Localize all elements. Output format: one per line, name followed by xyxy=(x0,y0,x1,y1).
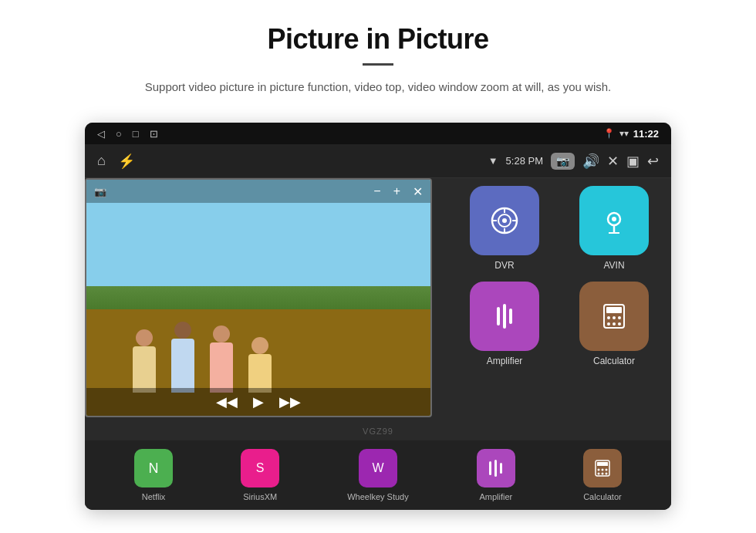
app-bar-right: ▼ 5:28 PM 📷 🔊 ✕ ▣ ↩ xyxy=(488,153,659,170)
bottom-icon-calculator xyxy=(583,449,622,487)
bottom-app-amplifier[interactable]: Amplifier xyxy=(477,449,515,501)
device-frame: ◁ ○ □ ⊡ 📍 ▾▾ 11:22 ⌂ ⚡ ▼ 5:28 PM 📷 🔊 ✕ ▣… xyxy=(85,123,671,510)
pip-minus-button[interactable]: − xyxy=(373,184,380,199)
title-divider xyxy=(363,63,393,66)
page-subtitle: Support video picture in picture functio… xyxy=(108,78,648,96)
bottom-label-wheelkey: Wheelkey Study xyxy=(347,492,408,501)
app-label-amplifier: Amplifier xyxy=(487,356,523,366)
pip-prev-button[interactable]: ◀◀ xyxy=(216,393,238,410)
pip-figures xyxy=(133,322,272,393)
bottom-icon-amplifier xyxy=(477,449,515,487)
home-button[interactable]: ⌂ xyxy=(97,153,106,169)
svg-point-29 xyxy=(605,469,607,471)
close-icon[interactable]: ✕ xyxy=(607,153,619,170)
app-item-avin[interactable]: AVIN xyxy=(565,186,663,271)
bottom-label-netflix: Netflix xyxy=(142,492,166,501)
svg-point-17 xyxy=(613,316,616,319)
figure-4 xyxy=(248,337,272,393)
pip-playback: ◀◀ ▶ ▶▶ xyxy=(86,388,430,416)
app-label-dvr: DVR xyxy=(494,260,514,271)
home-icon[interactable]: ○ xyxy=(116,128,122,140)
bottom-app-netflix[interactable]: N Netflix xyxy=(134,449,173,501)
bottom-apps-row: N Netflix S SiriusXM W Wheelkey Study xyxy=(85,440,671,510)
svg-rect-23 xyxy=(494,460,497,477)
figure-head-4 xyxy=(251,337,268,354)
app-bar: ⌂ ⚡ ▼ 5:28 PM 📷 🔊 ✕ ▣ ↩ xyxy=(85,144,671,178)
app-icon-amplifier xyxy=(470,282,539,351)
pip-next-button[interactable]: ▶▶ xyxy=(279,393,301,410)
wifi-icon: ▼ xyxy=(488,155,498,167)
app-bar-left: ⌂ ⚡ xyxy=(97,153,135,170)
figure-head-3 xyxy=(213,326,230,342)
screen-icon[interactable]: ▣ xyxy=(626,153,640,170)
status-time: 11:22 xyxy=(633,128,659,140)
svg-point-16 xyxy=(607,316,610,319)
svg-rect-15 xyxy=(606,307,622,313)
volume-icon[interactable]: 🔊 xyxy=(582,153,599,170)
figure-3 xyxy=(210,326,233,393)
figure-body-1 xyxy=(133,346,156,393)
back-icon[interactable]: ◁ xyxy=(97,128,105,140)
svg-point-18 xyxy=(618,316,621,319)
figure-body-2 xyxy=(171,339,194,393)
app-icon-calculator xyxy=(579,282,649,351)
figure-head-2 xyxy=(174,322,191,339)
bottom-app-siriusxm[interactable]: S SiriusXM xyxy=(241,449,279,501)
bottom-icon-siriusxm: S xyxy=(241,449,279,487)
app-bar-time: 5:28 PM xyxy=(506,155,543,167)
main-content: 📷 − + ✕ ◀◀ ▶ ▶▶ xyxy=(85,178,671,510)
recents-icon[interactable]: □ xyxy=(133,128,139,140)
svg-rect-12 xyxy=(503,304,506,329)
bottom-app-calculator[interactable]: Calculator xyxy=(583,449,622,501)
pip-plus-button[interactable]: + xyxy=(393,184,400,199)
svg-rect-24 xyxy=(500,463,502,474)
pip-controls: 📷 − + ✕ xyxy=(86,180,430,203)
back-button[interactable]: ↩ xyxy=(647,153,659,170)
pip-ctrl-center: − + ✕ xyxy=(373,184,423,199)
bottom-label-amplifier: Amplifier xyxy=(479,492,512,501)
svg-point-31 xyxy=(601,473,603,475)
page-title: Picture in Picture xyxy=(46,23,710,56)
svg-rect-22 xyxy=(489,461,491,475)
pip-video xyxy=(86,180,430,416)
screenshot-icon[interactable]: ⊡ xyxy=(150,128,158,140)
svg-point-8 xyxy=(612,217,616,221)
app-item-dvr[interactable]: DVR xyxy=(455,186,554,271)
svg-point-21 xyxy=(618,322,621,326)
bottom-label-calculator: Calculator xyxy=(583,492,622,501)
svg-point-28 xyxy=(601,469,603,471)
figure-head-1 xyxy=(136,329,153,346)
figure-body-3 xyxy=(210,342,233,393)
app-icon-dvr xyxy=(470,186,539,255)
svg-point-20 xyxy=(613,322,616,326)
svg-rect-11 xyxy=(497,307,500,326)
app-icon-avin xyxy=(579,186,649,255)
pip-close-button[interactable]: ✕ xyxy=(413,184,423,199)
pip-camera-icon: 📷 xyxy=(94,186,106,197)
usb-icon: ⚡ xyxy=(118,153,135,170)
svg-rect-13 xyxy=(509,309,512,324)
svg-point-32 xyxy=(605,473,607,475)
status-bar-right: 📍 ▾▾ 11:22 xyxy=(603,128,659,140)
svg-point-27 xyxy=(597,469,599,471)
svg-point-2 xyxy=(502,218,507,223)
status-bar-left: ◁ ○ □ ⊡ xyxy=(97,128,158,140)
page-header: Picture in Picture Support video picture… xyxy=(0,0,756,112)
pip-play-button[interactable]: ▶ xyxy=(253,393,264,410)
app-label-avin: AVIN xyxy=(603,260,624,271)
pip-overlay[interactable]: 📷 − + ✕ ◀◀ ▶ ▶▶ xyxy=(85,178,432,417)
app-item-amplifier[interactable]: Amplifier xyxy=(455,282,554,366)
bottom-icon-wheelkey: W xyxy=(359,449,397,487)
status-bar: ◁ ○ □ ⊡ 📍 ▾▾ 11:22 xyxy=(85,123,671,144)
svg-point-19 xyxy=(607,322,610,326)
bottom-app-wheelkey[interactable]: W Wheelkey Study xyxy=(347,449,408,501)
svg-rect-26 xyxy=(597,462,608,466)
location-icon: 📍 xyxy=(603,128,615,139)
camera-button[interactable]: 📷 xyxy=(551,153,575,170)
app-label-calculator: Calculator xyxy=(593,356,635,366)
bottom-icon-netflix: N xyxy=(134,449,173,487)
app-item-calculator[interactable]: Calculator xyxy=(565,282,663,366)
figure-1 xyxy=(133,329,156,393)
figure-body-4 xyxy=(248,354,272,393)
figure-2 xyxy=(171,322,194,393)
